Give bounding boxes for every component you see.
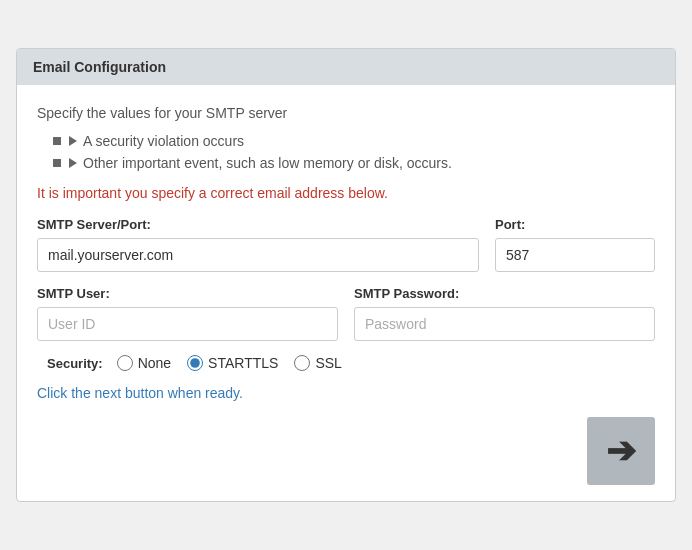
smtp-user-label: SMTP User: [37,286,338,301]
smtp-server-group: SMTP Server/Port: [37,217,479,272]
panel-body: Specify the values for your SMTP server … [17,85,675,501]
next-button[interactable]: ➔ [587,417,655,485]
panel-header: Email Configuration [17,49,675,85]
radio-starttls-label: STARTTLS [208,355,278,371]
radio-starttls-input[interactable] [187,355,203,371]
radio-ssl-label: SSL [315,355,341,371]
arrow-right-icon: ➔ [606,433,636,469]
smtp-password-label: SMTP Password: [354,286,655,301]
credentials-row: SMTP User: SMTP Password: [37,286,655,341]
security-row: Security: None STARTTLS SSL [37,355,655,371]
hint-text: Click the next button when ready. [37,385,655,401]
list-item: Other important event, such as low memor… [53,155,655,171]
radio-none-input[interactable] [117,355,133,371]
smtp-server-input[interactable] [37,238,479,272]
radio-none[interactable]: None [117,355,171,371]
smtp-password-group: SMTP Password: [354,286,655,341]
smtp-password-input[interactable] [354,307,655,341]
warning-text: It is important you specify a correct em… [37,185,655,201]
smtp-user-group: SMTP User: [37,286,338,341]
security-label: Security: [47,356,103,371]
port-label: Port: [495,217,655,232]
list-item: A security violation occurs [53,133,655,149]
smtp-server-label: SMTP Server/Port: [37,217,479,232]
email-config-panel: Email Configuration Specify the values f… [16,48,676,502]
bullet-list: A security violation occurs Other import… [53,133,655,171]
radio-none-label: None [138,355,171,371]
smtp-user-input[interactable] [37,307,338,341]
radio-starttls[interactable]: STARTTLS [187,355,278,371]
triangle-icon-2 [69,158,77,168]
port-group: Port: [495,217,655,272]
smtp-server-row: SMTP Server/Port: Port: [37,217,655,272]
triangle-icon [69,136,77,146]
bullet-text-2: Other important event, such as low memor… [83,155,452,171]
port-input[interactable] [495,238,655,272]
bullet-square-icon-2 [53,159,61,167]
security-radio-group: None STARTTLS SSL [117,355,342,371]
radio-ssl[interactable]: SSL [294,355,341,371]
bullet-square-icon [53,137,61,145]
bullet-text-1: A security violation occurs [83,133,244,149]
panel-title: Email Configuration [33,59,166,75]
footer-row: ➔ [37,417,655,485]
radio-ssl-input[interactable] [294,355,310,371]
intro-description: Specify the values for your SMTP server [37,105,655,121]
